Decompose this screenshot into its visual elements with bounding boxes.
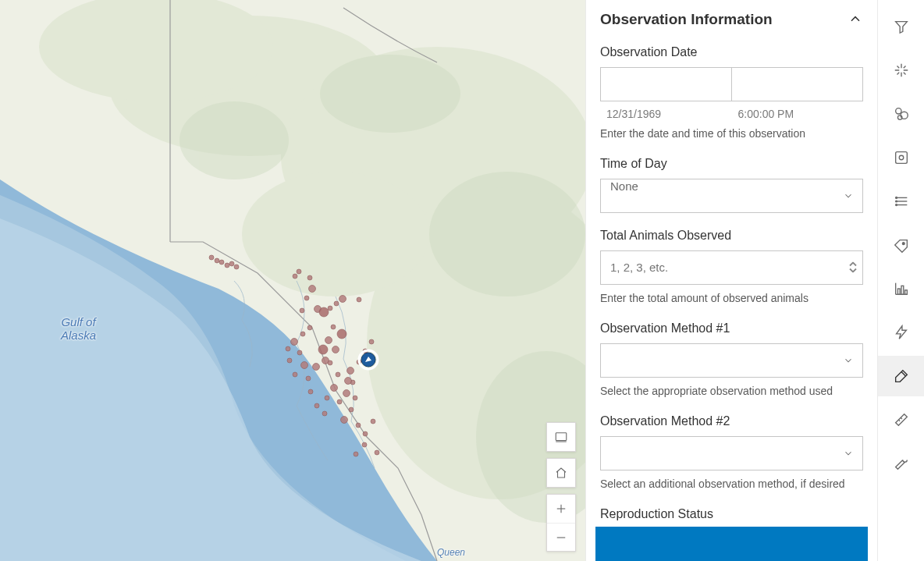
svg-point-20 [304, 296, 309, 300]
zoom-out-button[interactable] [547, 523, 575, 551]
svg-point-47 [343, 390, 350, 397]
svg-point-60 [354, 452, 358, 456]
rail-smart-button[interactable] [878, 50, 924, 91]
svg-point-12 [219, 260, 224, 265]
svg-point-38 [325, 337, 332, 344]
rail-chart-button[interactable] [878, 268, 924, 309]
field-method-2: Observation Method #2 Select an addition… [600, 414, 863, 492]
svg-point-85 [895, 204, 897, 206]
total-animals-input[interactable] [600, 250, 863, 285]
svg-point-65 [322, 411, 327, 416]
rail-filter-button[interactable] [878, 6, 924, 47]
svg-point-41 [332, 346, 339, 353]
svg-point-86 [902, 243, 904, 245]
helper-method-2: Select an additional observation method,… [600, 477, 863, 492]
basemap-gallery-button[interactable] [547, 423, 575, 451]
observation-date-input[interactable] [600, 67, 731, 101]
tool-rail [877, 0, 924, 561]
method-2-select[interactable] [600, 436, 863, 470]
helper-total-animals: Enter the total amount of observed anima… [600, 291, 863, 306]
svg-point-44 [331, 385, 338, 392]
svg-point-26 [339, 296, 346, 303]
map-label-queen: Queen [437, 548, 465, 558]
number-spinner[interactable] [848, 261, 858, 273]
field-total-animals: Total Animals Observed Enter the total a… [600, 229, 863, 306]
rail-actions-button[interactable] [878, 312, 924, 353]
svg-point-17 [297, 269, 301, 274]
base-map [0, 0, 585, 561]
svg-line-94 [901, 417, 902, 419]
map-label-gulf-of-alaska: Gulf of Alaska [61, 316, 96, 342]
svg-point-39 [331, 325, 336, 329]
field-time-of-day: Time of Day None [600, 157, 863, 213]
svg-point-11 [215, 258, 219, 263]
svg-point-21 [300, 308, 304, 313]
label-repro-status: Reproduction Status [600, 507, 863, 520]
svg-point-57 [371, 419, 375, 424]
svg-point-43 [336, 372, 340, 377]
selected-observation-marker[interactable] [359, 350, 378, 369]
svg-point-54 [341, 417, 348, 424]
svg-point-55 [356, 423, 361, 428]
svg-point-45 [325, 396, 329, 400]
svg-point-23 [319, 307, 329, 317]
observation-form-panel: Observation Information Observation Date… [585, 0, 877, 561]
rail-labels-button[interactable] [878, 225, 924, 265]
observation-time-hint: 6:00:00 PM [732, 108, 864, 120]
field-repro-status: Reproduction Status [600, 507, 863, 520]
svg-point-31 [286, 346, 290, 351]
map-pane[interactable]: Gulf of Alaska Queen [0, 0, 585, 561]
collapse-icon[interactable] [848, 12, 863, 27]
svg-point-49 [347, 367, 354, 375]
svg-point-33 [293, 372, 297, 377]
svg-point-7 [320, 55, 460, 133]
svg-point-34 [306, 376, 311, 381]
svg-point-83 [895, 197, 897, 199]
svg-point-59 [375, 450, 379, 455]
rail-layers-button[interactable] [878, 94, 924, 134]
svg-point-15 [234, 265, 239, 269]
svg-point-64 [315, 403, 319, 408]
label-total-animals: Total Animals Observed [600, 229, 863, 243]
svg-point-66 [301, 362, 308, 369]
svg-point-29 [300, 332, 305, 336]
rail-settings-button[interactable] [878, 443, 924, 484]
svg-point-67 [297, 350, 302, 355]
svg-rect-90 [901, 286, 904, 294]
svg-point-46 [337, 399, 342, 404]
section-header-observation-info[interactable]: Observation Information [600, 0, 863, 30]
field-observation-date: Observation Date 12/31/1969 6:00:00 PM E… [600, 45, 863, 141]
label-method-1: Observation Method #1 [600, 321, 863, 336]
label-method-2: Observation Method #2 [600, 414, 863, 428]
rail-measure-button[interactable] [878, 399, 924, 440]
home-extent-button[interactable] [547, 459, 575, 487]
observation-time-input[interactable] [731, 67, 863, 101]
svg-point-18 [307, 275, 312, 280]
svg-point-75 [895, 108, 901, 114]
method-1-select[interactable] [600, 343, 863, 378]
svg-point-14 [229, 261, 234, 266]
svg-point-37 [318, 345, 328, 354]
section-title: Observation Information [600, 11, 773, 28]
svg-point-28 [307, 325, 312, 330]
rail-edit-button[interactable] [878, 356, 924, 396]
svg-point-8 [429, 172, 585, 296]
svg-point-53 [349, 407, 354, 412]
observation-date-hint: 12/31/1969 [600, 108, 732, 120]
svg-point-16 [293, 274, 297, 279]
svg-rect-78 [895, 152, 907, 164]
label-time-of-day: Time of Day [600, 157, 863, 171]
svg-rect-91 [904, 290, 907, 295]
time-of-day-select[interactable]: None [600, 179, 863, 213]
map-tool-stack [546, 422, 576, 552]
svg-point-19 [309, 286, 316, 293]
svg-point-42 [328, 360, 332, 365]
rail-detail-button[interactable] [878, 137, 924, 178]
svg-point-35 [313, 364, 320, 371]
zoom-in-button[interactable] [547, 495, 575, 523]
svg-point-32 [287, 358, 292, 363]
submit-button[interactable]: Submit [595, 527, 868, 561]
rail-legend-button[interactable] [878, 181, 924, 222]
svg-point-13 [225, 263, 229, 268]
svg-point-27 [357, 297, 361, 302]
